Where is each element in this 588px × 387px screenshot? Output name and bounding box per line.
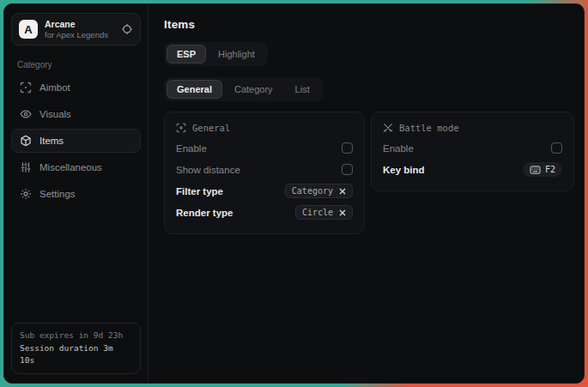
sidebar-item-label: Settings	[39, 189, 76, 199]
sidebar-item-label: Items	[39, 136, 64, 146]
app-logo: A	[19, 20, 38, 39]
sidebar-item-label: Visuals	[39, 109, 71, 119]
page-title: Items	[164, 18, 574, 31]
session-duration-text: Session duration 3m 10s	[20, 342, 132, 367]
close-icon[interactable]	[339, 188, 346, 195]
panel-title: General	[192, 123, 230, 133]
sidebar-item-label: Miscellaneous	[39, 162, 102, 172]
mode-tab-group: ESP Highlight	[164, 42, 268, 66]
panel-battle-mode: Battle mode Enable Key bind	[371, 112, 574, 191]
tab-highlight[interactable]: Highlight	[208, 45, 265, 63]
package-icon	[20, 135, 32, 147]
setting-label: Render type	[176, 208, 233, 218]
setting-label: Key bind	[383, 165, 425, 175]
eye-icon	[20, 108, 32, 120]
sidebar-item-settings[interactable]: Settings	[11, 182, 141, 206]
tab-list[interactable]: List	[285, 80, 320, 99]
battle-enable-checkbox[interactable]	[551, 142, 562, 154]
enable-checkbox[interactable]	[342, 142, 353, 154]
filter-type-tag[interactable]: Category	[285, 184, 353, 198]
sidebar-item-aimbot[interactable]: Aimbot	[11, 76, 141, 100]
sliders-icon	[20, 161, 32, 173]
swords-icon	[383, 123, 393, 133]
panel-general: General Enable Show distance Filter type…	[164, 112, 365, 234]
setting-row-filter-type: Filter type Category	[176, 180, 353, 202]
sidebar-item-label: Aimbot	[39, 82, 70, 93]
setting-row-show-distance: Show distance	[176, 159, 353, 180]
render-type-tag[interactable]: Circle	[295, 205, 353, 220]
app-window: A Arcane for Apex Legends Category Aimbo	[3, 3, 585, 384]
app-title: Arcane	[45, 19, 108, 29]
panel-title: Battle mode	[399, 123, 459, 133]
tag-value: Category	[292, 186, 333, 196]
setting-label: Filter type	[176, 186, 223, 197]
target-icon[interactable]	[121, 23, 133, 35]
show-distance-checkbox[interactable]	[342, 164, 353, 175]
panel-general-header: General	[176, 120, 353, 137]
panels-row: General Enable Show distance Filter type…	[164, 112, 574, 234]
app-header-texts: Arcane for Apex Legends	[45, 19, 108, 39]
gear-icon	[20, 188, 32, 200]
sidebar-category-label: Category	[17, 60, 135, 70]
app-subtitle: for Apex Legends	[45, 30, 108, 39]
close-icon[interactable]	[339, 209, 346, 216]
tab-esp[interactable]: ESP	[167, 45, 206, 63]
keyboard-icon	[530, 166, 541, 174]
setting-label: Enable	[383, 143, 414, 154]
app-header-card: A Arcane for Apex Legends	[11, 13, 141, 45]
key-bind-value: F2	[545, 165, 555, 174]
main-content: Items ESP Highlight General Category Lis…	[149, 4, 585, 383]
key-bind-button[interactable]: F2	[523, 162, 562, 177]
setting-row-enable: Enable	[176, 137, 353, 159]
setting-label: Enable	[176, 143, 207, 154]
sub-expires-text: Sub expires in 9d 23h	[20, 330, 132, 342]
setting-row-enable: Enable	[383, 137, 562, 159]
setting-label: Show distance	[176, 165, 240, 175]
tag-value: Circle	[302, 208, 333, 217]
sidebar-item-visuals[interactable]: Visuals	[11, 102, 141, 126]
sidebar: A Arcane for Apex Legends Category Aimbo	[4, 4, 149, 383]
scan-icon	[176, 123, 186, 133]
crosshair-icon	[20, 82, 32, 94]
setting-row-key-bind: Key bind F2	[383, 159, 562, 180]
setting-row-render-type: Render type Circle	[176, 202, 353, 223]
tab-category[interactable]: Category	[224, 80, 283, 99]
sub-tab-group: General Category List	[164, 77, 323, 101]
sidebar-item-items[interactable]: Items	[11, 129, 141, 153]
panel-battle-mode-header: Battle mode	[383, 120, 562, 137]
session-info-card: Sub expires in 9d 23h Session duration 3…	[11, 323, 141, 374]
tab-general[interactable]: General	[167, 80, 222, 99]
sidebar-item-miscellaneous[interactable]: Miscellaneous	[11, 155, 141, 179]
